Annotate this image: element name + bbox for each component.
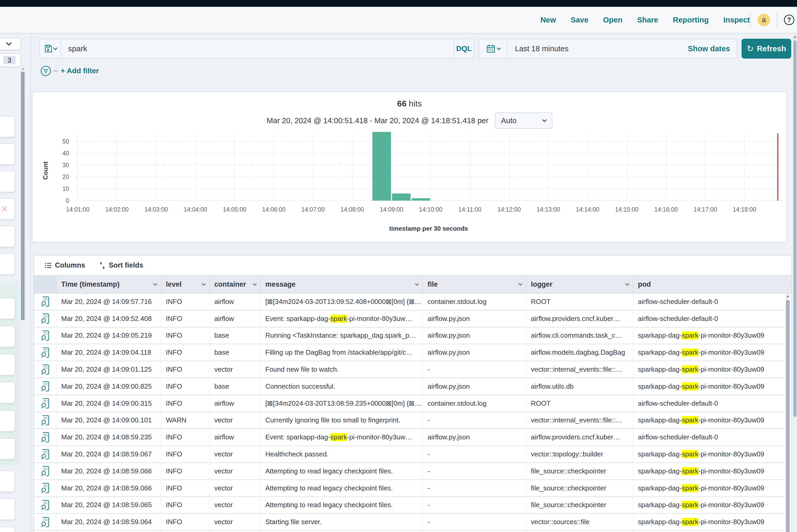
nav-new[interactable]: New <box>540 16 556 24</box>
table-row[interactable]: Mar 20, 2024 @ 14:09:01.125INFOvectorFou… <box>34 361 785 378</box>
table-row[interactable]: Mar 20, 2024 @ 14:08:59.235INFOairflowEv… <box>34 429 785 446</box>
expand-row-button[interactable] <box>34 361 57 378</box>
expand-row-button[interactable] <box>34 310 57 327</box>
column-header-level[interactable]: level <box>161 276 209 293</box>
field-card[interactable] <box>0 143 15 165</box>
search-input[interactable]: spark <box>61 39 454 58</box>
histogram-bar[interactable] <box>412 198 430 201</box>
filter-icon[interactable] <box>40 65 51 76</box>
table-row[interactable] <box>34 531 785 532</box>
field-card[interactable] <box>0 298 15 319</box>
collapse-sidebar-button[interactable] <box>0 38 21 50</box>
scroll-up-icon[interactable] <box>786 295 790 298</box>
field-card[interactable] <box>0 326 15 347</box>
table-row[interactable]: Mar 20, 2024 @ 14:09:00.825INFObaseConne… <box>34 378 785 395</box>
expand-row-button[interactable] <box>34 531 57 532</box>
table-row[interactable]: Mar 20, 2024 @ 14:08:59.067INFOvectorHea… <box>34 446 785 463</box>
field-card[interactable] <box>0 253 15 274</box>
help-icon[interactable]: ? <box>784 15 794 25</box>
avatar[interactable]: a <box>758 14 770 26</box>
expand-row-button[interactable] <box>34 463 57 479</box>
histogram-chart[interactable]: 14:01:0014:02:0014:03:0014:04:0014:05:00… <box>33 131 787 243</box>
field-card[interactable] <box>0 438 15 459</box>
cell-container: airflow <box>209 293 261 310</box>
nav-reporting[interactable]: Reporting <box>673 16 709 24</box>
table-row[interactable]: Mar 20, 2024 @ 14:09:00.315INFOairflow[⊠… <box>34 395 785 412</box>
table-row[interactable]: Mar 20, 2024 @ 14:09:04.118INFObaseFilli… <box>34 344 785 361</box>
time-range-value[interactable]: Last 18 minutes <box>507 39 569 58</box>
expand-row-button[interactable] <box>34 446 57 462</box>
field-card[interactable] <box>0 471 15 492</box>
expand-row-button[interactable] <box>34 497 57 513</box>
column-header-container[interactable]: container <box>209 276 261 293</box>
table-row[interactable]: Mar 20, 2024 @ 14:08:59.065INFOvectorAtt… <box>34 497 785 514</box>
nav-save[interactable]: Save <box>571 16 589 24</box>
expand-row-button[interactable] <box>34 378 57 395</box>
cell-logger: file_source::checkpointer <box>526 463 633 479</box>
refresh-button[interactable]: ↻ Refresh <box>742 39 791 59</box>
histogram-bar[interactable] <box>372 132 391 201</box>
expand-row-button[interactable] <box>34 480 57 496</box>
sort-fields-button[interactable]: Sort fields <box>99 261 143 269</box>
chevron-down-icon[interactable] <box>415 281 419 286</box>
chevron-down-icon[interactable] <box>153 281 157 286</box>
field-card[interactable] <box>0 171 15 192</box>
show-dates-button[interactable]: Show dates <box>688 39 737 58</box>
expand-row-button[interactable] <box>34 412 57 429</box>
cell-time: Mar 20, 2024 @ 14:09:01.125 <box>57 361 161 378</box>
chevron-down-icon[interactable] <box>625 281 630 286</box>
table-scrollbar[interactable] <box>785 293 790 532</box>
remove-field-icon[interactable]: ✕ <box>1 204 8 214</box>
columns-button[interactable]: Columns <box>44 261 85 269</box>
histogram-bar[interactable] <box>392 193 410 201</box>
nav-inspect[interactable]: Inspect <box>723 16 750 24</box>
nav-share[interactable]: Share <box>637 16 658 24</box>
table-row[interactable]: Mar 20, 2024 @ 14:09:05.219INFObaseRunni… <box>34 327 785 344</box>
table-toolbar: Columns Sort fields <box>34 255 791 275</box>
chevron-down-icon[interactable] <box>518 281 522 286</box>
search-bar: spark DQL <box>39 39 474 59</box>
table-row[interactable]: Mar 20, 2024 @ 14:08:59.066INFOvectorAtt… <box>34 463 785 480</box>
field-card[interactable] <box>0 226 15 247</box>
column-header-message[interactable]: message <box>261 276 423 293</box>
calendar-menu-button[interactable] <box>479 39 507 58</box>
interval-select[interactable]: Auto <box>495 112 552 129</box>
column-header-time-timestamp-[interactable]: Time (timestamp) <box>57 276 161 293</box>
expand-row-button[interactable] <box>34 395 57 412</box>
query-language-button[interactable]: DQL <box>454 39 474 58</box>
field-card[interactable] <box>0 410 15 432</box>
table-scrollbar-thumb[interactable] <box>786 300 790 532</box>
column-header-pod[interactable]: pod <box>633 276 791 293</box>
table-row[interactable]: Mar 20, 2024 @ 14:09:57.716INFOairflow[⊠… <box>34 293 785 310</box>
nav-open[interactable]: Open <box>603 16 623 24</box>
sort-arrows-icon <box>99 262 106 269</box>
cell-level: INFO <box>161 361 209 378</box>
table-row[interactable]: Mar 20, 2024 @ 14:09:00.101WARNvectorCur… <box>34 412 785 429</box>
expand-row-button[interactable] <box>34 514 57 530</box>
add-filter-button[interactable]: + Add filter <box>61 67 99 75</box>
column-header-file[interactable]: file <box>423 276 526 293</box>
expand-row-button[interactable] <box>34 327 57 344</box>
cell-file: container.stdout.log <box>423 293 526 310</box>
sidebar-scroll-up-icon[interactable] <box>21 68 24 70</box>
saved-queries-button[interactable] <box>40 39 61 58</box>
cell-message: Event: sparkapp-dag-spark-pi-monitor-80y… <box>261 429 423 445</box>
sidebar-scrollbar[interactable] <box>21 72 24 320</box>
field-card[interactable] <box>0 527 15 532</box>
field-card[interactable] <box>0 354 15 375</box>
field-card[interactable] <box>0 116 15 137</box>
field-card[interactable] <box>0 498 15 520</box>
cell-logger: vector::internal_events::file::… <box>526 412 633 429</box>
field-card[interactable] <box>0 382 15 403</box>
expand-row-button[interactable] <box>34 429 57 445</box>
table-row[interactable]: Mar 20, 2024 @ 14:08:59.064INFOvectorSta… <box>34 514 785 531</box>
cell-level: INFO <box>161 514 209 530</box>
chevron-down-icon[interactable] <box>202 281 206 286</box>
expand-row-button[interactable] <box>34 293 57 310</box>
chevron-down-icon[interactable] <box>253 281 257 286</box>
table-row[interactable]: Mar 20, 2024 @ 14:08:59.066INFOvectorAtt… <box>34 480 785 497</box>
expand-row-button[interactable] <box>34 344 57 361</box>
field-card[interactable]: ✕ <box>0 198 15 220</box>
table-row[interactable]: Mar 20, 2024 @ 14:09:52.408INFOairflowEv… <box>34 310 785 327</box>
column-header-logger[interactable]: logger <box>526 276 633 293</box>
